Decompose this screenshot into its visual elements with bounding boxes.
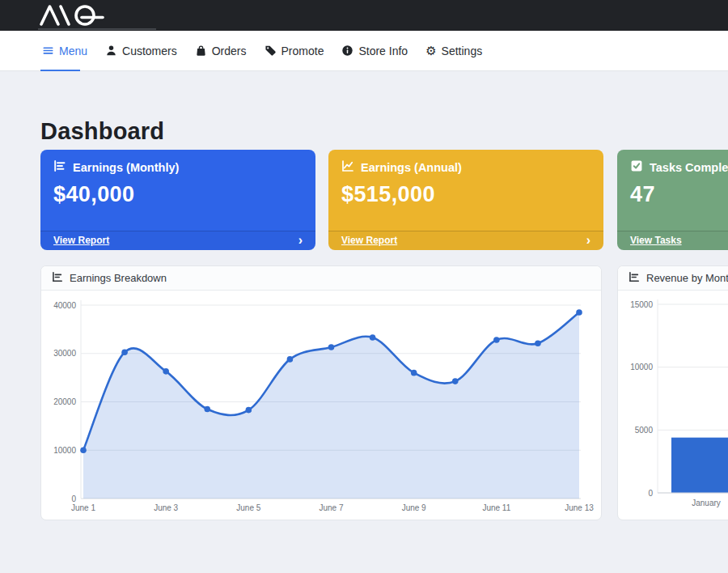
app-window: Menu Customers Orders Promote Store Info	[0, 0, 728, 573]
panel-header: Earnings Breakdown	[41, 266, 601, 291]
revenue-by-month-chart: 050001000015000January	[618, 291, 728, 520]
nav-label: Promote	[281, 45, 324, 57]
nav-label: Orders	[212, 45, 247, 57]
card-value: 47	[630, 182, 728, 207]
nav-item-menu[interactable]: Menu	[42, 31, 87, 70]
card-tasks-completed[interactable]: Tasks Completed 47 View Tasks ›	[617, 150, 728, 250]
person-icon	[105, 45, 117, 57]
chevron-right-icon: ›	[586, 234, 590, 247]
info-circle-icon	[341, 45, 353, 57]
panel-revenue-by-month: Revenue by Month 050001000015000January	[617, 265, 728, 520]
svg-text:20000: 20000	[53, 397, 76, 406]
check-square-icon	[630, 159, 643, 175]
svg-text:June 11: June 11	[482, 503, 510, 512]
svg-text:0: 0	[71, 494, 76, 503]
view-report-link[interactable]: View Report	[341, 235, 397, 246]
svg-text:June 3: June 3	[154, 503, 178, 512]
bar-chart-icon	[53, 159, 66, 175]
svg-text:30000: 30000	[53, 349, 76, 358]
panel-earnings-breakdown: Earnings Breakdown 010000200003000040000…	[40, 265, 602, 520]
svg-text:10000: 10000	[53, 446, 76, 455]
svg-text:June 9: June 9	[402, 503, 426, 512]
shopping-bag-icon	[195, 45, 207, 57]
bar-chart-icon	[629, 271, 640, 285]
brand-logo[interactable]	[39, 4, 104, 27]
panel-header: Revenue by Month	[618, 266, 728, 291]
nav-item-settings[interactable]: ⚙︎ Settings	[425, 31, 482, 70]
svg-text:0: 0	[648, 489, 653, 498]
card-title: Earnings (Annual)	[361, 161, 462, 174]
nav-item-promote[interactable]: Promote	[265, 31, 324, 70]
nav-label: Store Info	[358, 45, 408, 57]
svg-text:10000: 10000	[630, 363, 653, 371]
svg-text:January: January	[692, 499, 721, 507]
card-earnings-annual[interactable]: Earnings (Annual) $515,000 View Report ›	[328, 150, 603, 250]
panel-title: Earnings Breakdown	[70, 272, 167, 284]
nav-item-store-info[interactable]: Store Info	[341, 31, 408, 70]
nav-label: Customers	[122, 45, 177, 57]
svg-text:June 7: June 7	[319, 503, 343, 512]
card-title: Tasks Completed	[650, 161, 728, 174]
nav-item-customers[interactable]: Customers	[105, 31, 177, 70]
chevron-right-icon: ›	[298, 234, 303, 247]
nav-label: Settings	[442, 45, 483, 57]
tag-icon	[265, 45, 277, 57]
bar-chart-icon	[52, 271, 63, 285]
svg-text:15000: 15000	[630, 300, 653, 309]
gear-icon: ⚙︎	[425, 45, 436, 57]
view-report-link[interactable]: View Report	[53, 235, 109, 246]
line-chart-icon	[341, 159, 354, 175]
svg-text:5000: 5000	[635, 426, 654, 435]
main-nav: Menu Customers Orders Promote Store Info	[0, 31, 728, 71]
card-footer[interactable]: View Report ›	[40, 231, 315, 250]
svg-text:June 5: June 5	[236, 503, 260, 512]
svg-text:June 13: June 13	[565, 503, 594, 512]
panel-title: Revenue by Month	[646, 272, 728, 284]
card-footer[interactable]: View Tasks ›	[617, 231, 728, 250]
hamburger-icon	[42, 45, 54, 57]
card-value: $40,000	[53, 182, 303, 207]
nav-label: Menu	[59, 45, 87, 57]
page-title: Dashboard	[40, 118, 164, 145]
svg-text:June 1: June 1	[71, 503, 95, 512]
card-title: Earnings (Monthly)	[73, 161, 179, 174]
earnings-breakdown-chart: 010000200003000040000June 1June 3June 5J…	[41, 291, 601, 520]
nav-item-orders[interactable]: Orders	[195, 31, 247, 70]
svg-text:40000: 40000	[53, 301, 76, 310]
card-earnings-monthly[interactable]: Earnings (Monthly) $40,000 View Report ›	[40, 150, 315, 250]
view-tasks-link[interactable]: View Tasks	[630, 235, 682, 246]
card-footer[interactable]: View Report ›	[328, 231, 603, 250]
logo-underline	[38, 28, 156, 30]
card-value: $515,000	[341, 182, 590, 207]
top-app-bar	[0, 0, 728, 31]
